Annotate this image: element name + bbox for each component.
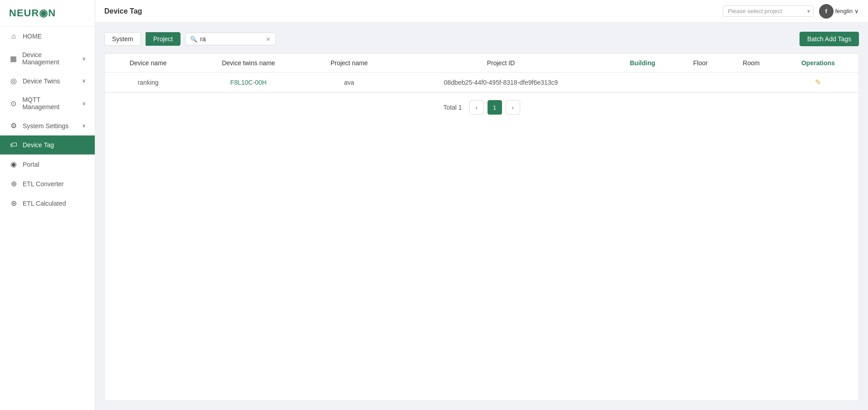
cell-room (725, 72, 778, 92)
project-select[interactable]: Please select project (723, 5, 814, 17)
sidebar: NEUR◉N ⌂ HOME ▦ Device Management ∨ ◎ De… (0, 0, 95, 410)
cell-floor (676, 72, 725, 92)
user-chevron-icon: ∨ (854, 8, 859, 14)
username: fenglin (835, 8, 853, 14)
logo: NEUR◉N (0, 0, 95, 27)
cell-device-twins-name[interactable]: F8L10C-00H (191, 72, 305, 92)
cell-project-name: ava (306, 72, 393, 92)
col-room: Room (725, 54, 778, 72)
etl-converter-icon: ⊛ (9, 179, 18, 188)
next-page-button[interactable]: › (506, 100, 520, 115)
chevron-down-icon: ∨ (82, 123, 86, 129)
sidebar-item-portal[interactable]: ◉ Portal (0, 154, 95, 174)
device-twins-icon: ◎ (9, 77, 18, 85)
total-count: Total 1 (443, 104, 462, 111)
main-area: Device Tag Please select project f fengl… (95, 0, 868, 410)
etl-calculated-icon: ⊛ (9, 199, 18, 207)
col-operations: Operations (778, 54, 858, 72)
cell-operations: ✎ (778, 72, 858, 92)
page-1-button[interactable]: 1 (488, 100, 502, 115)
prev-page-button[interactable]: ‹ (469, 100, 484, 115)
sidebar-item-label: System Settings (23, 122, 68, 130)
cell-project-id: 08dbeb25-44f0-495f-8318-dfe9f6e313c9 (393, 72, 609, 92)
cell-building (609, 72, 676, 92)
sidebar-item-device-tag[interactable]: 🏷 Device Tag (0, 135, 95, 154)
sidebar-item-home[interactable]: ⌂ HOME (0, 27, 95, 46)
avatar: f (819, 4, 834, 19)
search-icon: 🔍 (190, 36, 197, 43)
sidebar-item-device-twins[interactable]: ◎ Device Twins ∨ (0, 71, 95, 91)
topbar-right: Please select project f fenglin ∨ (723, 4, 859, 19)
project-select-wrap: Please select project (723, 5, 814, 17)
user-menu[interactable]: f fenglin ∨ (819, 4, 859, 19)
col-device-name: Device name (105, 54, 191, 72)
clear-icon[interactable]: ✕ (266, 36, 271, 43)
sidebar-item-etl-converter[interactable]: ⊛ ETL Converter (0, 174, 95, 193)
batch-add-tags-button[interactable]: Batch Add Tags (800, 32, 859, 46)
col-device-twins-name: Device twins name (191, 54, 305, 72)
system-settings-icon: ⚙ (9, 121, 18, 130)
data-table: Device name Device twins name Project na… (104, 53, 859, 401)
chevron-down-icon: ∨ (82, 56, 86, 62)
search-wrap: 🔍 ✕ (185, 33, 276, 45)
sidebar-item-label: MQTT Management (22, 96, 78, 111)
project-button[interactable]: Project (146, 32, 181, 46)
sidebar-item-etl-calculated[interactable]: ⊛ ETL Calculated (0, 193, 95, 213)
home-icon: ⌂ (9, 32, 18, 40)
sidebar-item-mqtt-management[interactable]: ⊙ MQTT Management ∨ (0, 91, 95, 116)
col-building: Building (609, 54, 676, 72)
cell-device-name: ranking (105, 72, 191, 92)
sidebar-item-device-management[interactable]: ▦ Device Management ∨ (0, 46, 95, 71)
sidebar-item-label: Device Management (22, 51, 78, 66)
edit-icon[interactable]: ✎ (815, 78, 821, 86)
portal-icon: ◉ (9, 160, 18, 169)
system-button[interactable]: System (104, 32, 141, 46)
content-area: System Project 🔍 ✕ Batch Add Tags Device… (95, 23, 868, 410)
chevron-down-icon: ∨ (82, 101, 86, 106)
col-project-id: Project ID (393, 54, 609, 72)
toolbar: System Project 🔍 ✕ Batch Add Tags (104, 32, 859, 46)
chevron-down-icon: ∨ (82, 78, 86, 84)
sidebar-item-label: Portal (23, 161, 39, 168)
page-title: Device Tag (104, 7, 142, 15)
col-project-name: Project name (306, 54, 393, 72)
topbar: Device Tag Please select project f fengl… (95, 0, 868, 23)
sidebar-item-label: Device Twins (23, 77, 60, 85)
table-row: ranking F8L10C-00H ava 08dbeb25-44f0-495… (105, 72, 858, 92)
sidebar-item-system-settings[interactable]: ⚙ System Settings ∨ (0, 116, 95, 135)
mqtt-icon: ⊙ (9, 99, 18, 108)
search-input[interactable] (200, 35, 263, 43)
device-tag-icon: 🏷 (9, 141, 18, 149)
pagination: Total 1 ‹ 1 › (105, 92, 858, 122)
col-floor: Floor (676, 54, 725, 72)
sidebar-item-label: HOME (23, 33, 42, 40)
device-management-icon: ▦ (9, 54, 18, 63)
sidebar-item-label: ETL Calculated (23, 200, 66, 207)
sidebar-item-label: ETL Converter (23, 180, 64, 188)
sidebar-item-label: Device Tag (23, 141, 54, 149)
